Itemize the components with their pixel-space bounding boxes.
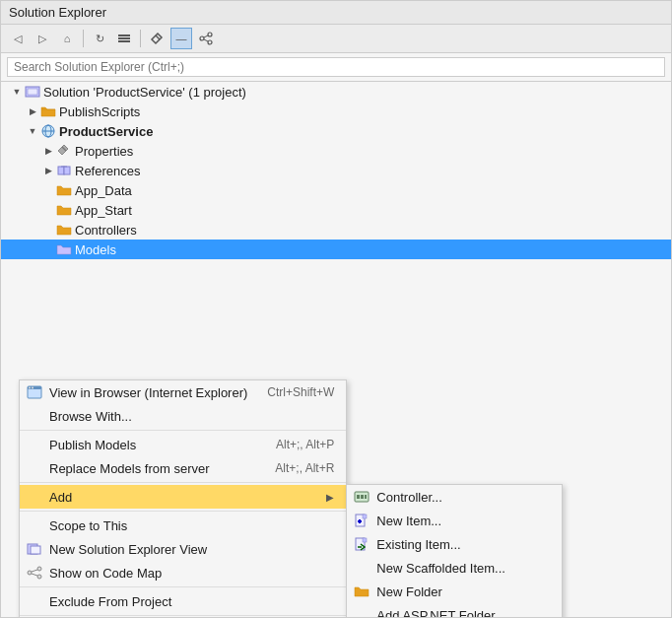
forward-button[interactable]: ▷ (32, 28, 53, 49)
ctx-show-code-map[interactable]: Show on Code Map (20, 561, 346, 584)
expand-icon: ▼ (9, 84, 25, 100)
tree-item-app-start[interactable]: ▶ App_Start (1, 200, 671, 220)
svg-point-21 (32, 387, 34, 389)
ctx-publish-models-label: Publish Models (49, 438, 256, 452)
ctx-add-arrow: ▶ (326, 492, 334, 503)
ctx-view-browser-shortcut: Ctrl+Shift+W (267, 385, 334, 399)
svg-point-39 (28, 571, 32, 575)
submenu: Controller... (346, 484, 563, 617)
sub-aspnet-folder[interactable]: Add ASP.NET Folder (347, 603, 562, 617)
sub-controller[interactable]: Controller... (347, 485, 562, 509)
svg-line-43 (32, 574, 37, 576)
sub-new-item-label: New Item... (376, 514, 550, 528)
expand-icon: ▶ (40, 143, 56, 159)
ctx-sep-2 (20, 482, 346, 483)
sub-new-item[interactable]: New Item... (347, 509, 562, 532)
active-button[interactable]: — (170, 28, 192, 49)
folder-selected-icon (56, 241, 72, 257)
browser-icon (26, 383, 43, 401)
codemap-button[interactable] (195, 28, 217, 49)
svg-rect-31 (363, 538, 367, 542)
references-icon (56, 163, 72, 178)
wrench-button[interactable] (146, 28, 168, 49)
settings-button[interactable] (113, 28, 135, 49)
sub-new-scaffolded[interactable]: New Scaffolded Item... (347, 556, 562, 580)
tree-area: ▼ Solution 'ProductService' (1 project) … (1, 82, 671, 617)
search-input[interactable] (7, 57, 665, 77)
new-item-icon (353, 512, 370, 529)
folder-icon (40, 103, 56, 119)
svg-line-8 (204, 39, 208, 41)
ctx-sep-5 (20, 615, 346, 616)
title-text: Solution Explorer (9, 5, 106, 20)
svg-rect-2 (118, 40, 130, 42)
ctx-add-label: Add (49, 490, 318, 505)
toolbar-sep-2 (140, 30, 141, 47)
tree-item-properties[interactable]: ▶ Properties (1, 141, 671, 161)
ctx-scope-to-this[interactable]: Scope to This (20, 514, 346, 537)
solution-icon (25, 84, 40, 100)
svg-rect-25 (365, 495, 367, 499)
solution-explorer: Solution Explorer ◁ ▷ ⌂ ↻ — (0, 0, 672, 618)
tree-item-publish-scripts[interactable]: ▶ PublishScripts (1, 102, 671, 121)
project-icon (40, 123, 56, 139)
sub-aspnet-label: Add ASP.NET Folder (376, 608, 550, 618)
expand-icon: ▼ (25, 123, 40, 139)
toolbar-sep-1 (83, 30, 84, 47)
context-menu: View in Browser (Internet Explorer) Ctrl… (19, 379, 347, 617)
tree-item-app-data[interactable]: ▶ App_Data (1, 180, 671, 200)
ctx-browse-with-label: Browse With... (49, 409, 334, 424)
ctx-replace-models-label: Replace Models from server (49, 461, 255, 476)
svg-rect-10 (28, 89, 37, 95)
ctx-sep-4 (20, 586, 346, 587)
tree-item-solution[interactable]: ▼ Solution 'ProductService' (1 project) (1, 82, 671, 102)
ctx-replace-models[interactable]: Replace Models from server Alt+;, Alt+R (20, 456, 346, 480)
sub-existing-item[interactable]: Existing Item... (347, 532, 562, 556)
sub-controller-label: Controller... (376, 490, 550, 505)
ctx-replace-shortcut: Alt+;, Alt+R (275, 461, 334, 475)
ctx-browse-with[interactable]: Browse With... (20, 404, 346, 428)
sub-new-scaffolded-label: New Scaffolded Item... (376, 561, 550, 576)
properties-label: Properties (75, 144, 133, 159)
sync-button[interactable]: ↻ (89, 28, 110, 49)
sub-new-folder-label: New Folder (376, 584, 550, 599)
home-button[interactable]: ⌂ (56, 28, 78, 49)
app-start-label: App_Start (75, 203, 132, 218)
ctx-sep-1 (20, 430, 346, 431)
controller-icon (353, 488, 370, 506)
ctx-new-sol-view[interactable]: New Solution Explorer View (20, 537, 346, 561)
ctx-publish-models[interactable]: Publish Models Alt+;, Alt+P (20, 433, 346, 456)
ctx-view-browser[interactable]: View in Browser (Internet Explorer) Ctrl… (20, 380, 346, 404)
title-bar: Solution Explorer (1, 1, 671, 25)
references-label: References (75, 164, 140, 178)
ctx-new-sol-label: New Solution Explorer View (49, 542, 334, 557)
ctx-add[interactable]: Add ▶ Controlle (20, 485, 346, 509)
expand-icon: ▶ (40, 163, 56, 178)
search-bar (1, 53, 671, 82)
svg-point-41 (37, 575, 41, 579)
svg-rect-16 (64, 167, 70, 174)
sub-folder-icon (353, 583, 370, 600)
back-button[interactable]: ◁ (7, 28, 29, 49)
svg-rect-1 (118, 37, 130, 39)
ctx-exclude[interactable]: Exclude From Project (20, 589, 346, 613)
tree-item-references[interactable]: ▶ References (1, 161, 671, 180)
ctx-publish-shortcut: Alt+;, Alt+P (276, 438, 334, 451)
svg-rect-27 (363, 515, 367, 518)
tree-item-models[interactable]: ▶ Models (1, 240, 671, 259)
folder-icon (56, 182, 72, 198)
svg-line-3 (156, 35, 160, 39)
folder-icon (56, 202, 72, 218)
ctx-exclude-label: Exclude From Project (49, 594, 334, 609)
expand-icon: ▶ (25, 103, 40, 119)
models-label: Models (75, 242, 116, 257)
toolbar: ◁ ▷ ⌂ ↻ — (1, 25, 671, 53)
new-sol-view-icon (26, 540, 43, 558)
tree-item-product-service[interactable]: ▼ ProductService (1, 121, 671, 141)
svg-point-40 (37, 567, 41, 571)
ctx-view-browser-label: View in Browser (Internet Explorer) (49, 385, 247, 400)
ctx-scope-label: Scope to This (49, 518, 334, 533)
svg-rect-0 (118, 34, 130, 36)
tree-item-controllers[interactable]: ▶ Controllers (1, 220, 671, 240)
sub-new-folder[interactable]: New Folder (347, 580, 562, 603)
